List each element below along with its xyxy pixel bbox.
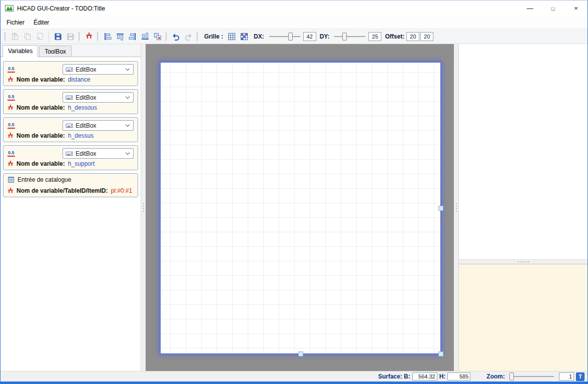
dy-slider[interactable] (333, 32, 366, 41)
resize-handle-bottom[interactable] (298, 351, 303, 356)
save-as-icon (67, 33, 75, 41)
left-splitter[interactable] (141, 44, 146, 371)
connector-pin-button[interactable] (83, 30, 95, 43)
control-type-combobox[interactable]: ab EditBox (63, 92, 134, 103)
chevron-down-icon[interactable] (125, 153, 131, 154)
variable-name-value[interactable]: distance (68, 76, 91, 83)
right-splitter[interactable] (454, 44, 458, 371)
control-type-combobox[interactable]: ab EditBox (63, 64, 134, 75)
chevron-down-icon[interactable] (125, 125, 131, 126)
right-panel (458, 44, 587, 371)
svg-text:ab: ab (67, 96, 71, 99)
surface-width-input[interactable]: 564.32 (412, 372, 437, 380)
offset-y-input[interactable]: 20 (420, 32, 433, 41)
align-left-button[interactable] (101, 30, 114, 43)
undo-button[interactable] (170, 30, 182, 43)
catalog-title: Entrée de catalogue (18, 176, 71, 183)
copy-button[interactable] (21, 30, 34, 43)
paste-button[interactable] (9, 30, 21, 43)
toolbar-grip[interactable] (165, 32, 167, 41)
dy-label: DY: (320, 33, 330, 40)
variable-card[interactable]: 0.5 ab EditBox Nom de variable: h_dessou… (3, 89, 138, 114)
variable-card[interactable]: 0.5 ab EditBox Nom de variable: h_dessus (3, 117, 138, 142)
variable-name-value[interactable]: h_dessous (68, 104, 97, 111)
dx-input[interactable]: 42 (303, 32, 316, 41)
property-pane (459, 264, 587, 371)
align-top-button[interactable] (114, 30, 126, 43)
right-top-pane (459, 44, 587, 259)
align-bottom-button[interactable] (139, 30, 151, 43)
grille-label: Grille : (204, 33, 223, 40)
toolbar-grip[interactable] (78, 32, 80, 41)
save-button[interactable] (52, 30, 64, 43)
align-left-icon (104, 33, 112, 41)
tab-variables[interactable]: Variables (3, 45, 38, 57)
numeric-field-icon: 0.5 (8, 122, 15, 129)
card-variable-row: Nom de variable: h_support (8, 160, 134, 167)
save-as-button[interactable] (64, 30, 77, 43)
resize-handle-bottom-right[interactable] (438, 351, 443, 356)
svg-text:ab: ab (67, 124, 71, 127)
card-variable-row: Nom de variable/TableID/ItemID: pl:#0:#1 (8, 187, 134, 194)
control-type-combobox[interactable]: ab EditBox (63, 148, 134, 159)
variable-name-value[interactable]: h_dessus (68, 132, 94, 139)
same-size-icon (154, 33, 162, 41)
catalog-card[interactable]: Entrée de catalogue Nom de variable/Tabl… (3, 173, 138, 197)
dx-slider-thumb[interactable] (288, 33, 293, 41)
card-control-row: 0.5 ab EditBox (8, 120, 134, 131)
catalog-variable-value[interactable]: pl:#0:#1 (111, 187, 133, 194)
variables-list: 0.5 ab EditBox Nom de variable: distance (1, 57, 141, 204)
zoom-slider-track (510, 376, 554, 377)
align-right-button[interactable] (126, 30, 139, 43)
window-bottom-border (1, 381, 587, 384)
toolbar-grip[interactable] (196, 32, 198, 41)
grid-snap-button[interactable] (238, 30, 250, 43)
minimize-button[interactable]: — (518, 1, 541, 16)
zoom-badge-icon[interactable]: T (576, 372, 584, 381)
tab-toolbox[interactable]: ToolBox (39, 46, 72, 57)
control-type-value: EditBox (76, 66, 122, 73)
zoom-slider[interactable] (509, 372, 555, 381)
chevron-down-icon[interactable] (125, 69, 131, 70)
dy-slider-thumb[interactable] (342, 33, 347, 41)
design-surface[interactable] (160, 62, 441, 354)
window-controls: — □ × (518, 1, 587, 16)
card-control-row: 0.5 ab EditBox (8, 148, 134, 159)
control-type-combobox[interactable]: ab EditBox (63, 120, 134, 131)
dx-slider[interactable] (268, 32, 301, 41)
editbox-icon: ab (66, 94, 73, 101)
variable-name-value[interactable]: h_support (68, 160, 95, 167)
menubar: Fichier Éditer (1, 16, 587, 29)
undo-icon (172, 33, 180, 41)
svg-text:ab: ab (67, 152, 71, 155)
zoom-slider-thumb[interactable] (509, 372, 514, 380)
align-bottom-icon (141, 33, 149, 41)
resize-handle-right[interactable] (438, 206, 443, 211)
surface-height-input[interactable]: 585 (447, 372, 470, 380)
variable-card[interactable]: 0.5 ab EditBox Nom de variable: distance (3, 61, 138, 86)
maximize-button[interactable]: □ (541, 1, 564, 16)
connector-pin-icon (8, 188, 14, 194)
same-size-button[interactable] (151, 30, 164, 43)
dy-input[interactable]: 25 (368, 32, 381, 41)
control-type-value: EditBox (76, 150, 122, 157)
close-button[interactable]: × (564, 1, 587, 16)
delete-button[interactable] (34, 30, 46, 43)
zoom-input[interactable]: 1 (559, 372, 574, 380)
toolbar-grip[interactable] (4, 32, 6, 41)
variable-name-label: Nom de variable: (17, 132, 65, 139)
design-canvas-area[interactable] (146, 44, 454, 371)
offset-label: Offset: (385, 33, 404, 40)
dy-slider-track (334, 36, 365, 37)
right-horizontal-splitter[interactable] (459, 259, 587, 264)
save-icon (54, 33, 62, 41)
grid-toggle-button[interactable] (225, 30, 238, 43)
redo-button[interactable] (182, 30, 195, 43)
toolbar-grip[interactable] (97, 32, 99, 41)
offset-x-input[interactable]: 20 (406, 32, 419, 41)
chevron-down-icon[interactable] (125, 97, 131, 98)
menu-editer[interactable]: Éditer (29, 17, 54, 28)
close-icon: × (574, 5, 578, 12)
menu-fichier[interactable]: Fichier (2, 17, 29, 28)
variable-card[interactable]: 0.5 ab EditBox Nom de variable: h_suppor… (3, 145, 138, 170)
